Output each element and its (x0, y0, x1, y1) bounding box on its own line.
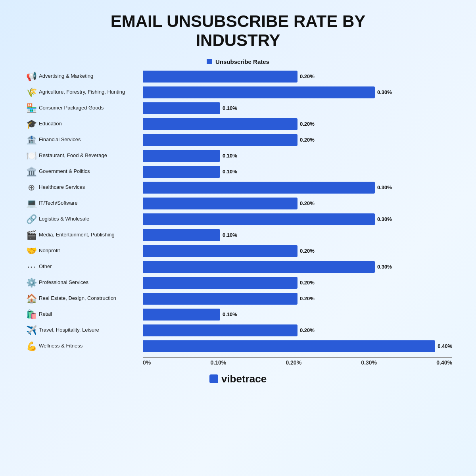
industry-icon-15: 🛍️ (24, 309, 39, 320)
bar-value-14: 0.20% (300, 296, 315, 301)
table-row: 🛍️ Retail 0.10% (24, 307, 452, 322)
industry-icon-16: ✈️ (24, 325, 39, 336)
bar-7 (143, 182, 375, 194)
x-axis-label-3: 0.30% (361, 359, 377, 366)
chart-container: Unsubscribe Rates 📢 Advertising & Market… (24, 58, 452, 366)
industry-label-7: Healthcare Services (39, 184, 85, 191)
bar-section-15: 0.10% (143, 309, 452, 321)
bar-section-7: 0.30% (143, 182, 452, 194)
industry-label-16: Travel, Hospitality, Leisure (39, 327, 99, 334)
bar-17 (143, 340, 435, 352)
bar-value-17: 0.40% (438, 343, 452, 349)
industry-icon-17: 💪 (24, 341, 39, 351)
bar-10 (143, 229, 220, 241)
legend-color-box (207, 59, 212, 64)
bar-value-15: 0.10% (223, 311, 237, 317)
industry-icon-13: ⚙️ (24, 278, 39, 288)
chart-rows: 📢 Advertising & Marketing 0.20% 🌾 Agricu… (24, 69, 452, 355)
industry-icon-10: 🎬 (24, 230, 39, 240)
bar-section-4: 0.20% (143, 134, 452, 146)
row-left-3: 🎓 Education (24, 119, 143, 129)
x-axis-label-2: 0.20% (286, 359, 301, 366)
row-left-12: ⋯ Other (24, 262, 143, 272)
table-row: ⚙️ Professional Services 0.20% (24, 275, 452, 290)
bar-9 (143, 213, 375, 225)
table-row: ✈️ Travel, Hospitality, Leisure 0.20% (24, 323, 452, 338)
bar-section-16: 0.20% (143, 324, 452, 336)
industry-label-1: Agriculture, Forestry, Fishing, Hunting (39, 89, 125, 96)
bar-section-0: 0.20% (143, 71, 452, 83)
bar-3 (143, 118, 298, 130)
industry-icon-2: 🏪 (24, 103, 39, 113)
table-row: 🤝 Nonprofit 0.20% (24, 244, 452, 259)
x-axis: 0%0.10%0.20%0.30%0.40% (24, 357, 452, 366)
industry-icon-7: ⊕ (24, 182, 39, 193)
bar-8 (143, 198, 298, 209)
bar-value-3: 0.20% (300, 121, 315, 127)
bar-section-12: 0.30% (143, 261, 452, 273)
bar-section-6: 0.10% (143, 166, 452, 178)
bar-value-2: 0.10% (223, 105, 237, 111)
industry-icon-3: 🎓 (24, 119, 39, 129)
bar-value-11: 0.20% (300, 248, 315, 254)
table-row: 📢 Advertising & Marketing 0.20% (24, 69, 452, 84)
chart-legend: Unsubscribe Rates (24, 58, 452, 65)
industry-icon-9: 🔗 (24, 214, 39, 225)
x-axis-label-1: 0.10% (210, 359, 226, 366)
bar-section-5: 0.10% (143, 150, 452, 162)
industry-label-9: Logistics & Wholesale (39, 216, 89, 223)
row-left-14: 🏠 Real Estate, Design, Construction (24, 294, 143, 304)
industry-label-10: Media, Entertainment, Publishing (39, 232, 115, 238)
bar-16 (143, 324, 298, 336)
industry-label-6: Government & Politics (39, 168, 90, 175)
industry-label-5: Restaurant, Food & Beverage (39, 152, 107, 159)
row-left-0: 📢 Advertising & Marketing (24, 71, 143, 82)
industry-icon-8: 💻 (24, 198, 39, 209)
bar-value-13: 0.20% (300, 280, 315, 286)
bar-value-7: 0.30% (377, 184, 392, 190)
industry-label-11: Nonprofit (39, 248, 60, 254)
industry-icon-6: 🏛️ (24, 167, 39, 177)
brand-name: vibetrace (221, 373, 267, 385)
industry-label-2: Consumer Packaged Goods (39, 105, 104, 111)
industry-icon-5: 🍽️ (24, 151, 39, 161)
bar-value-16: 0.20% (300, 327, 315, 333)
row-left-4: 🏦 Financial Services (24, 135, 143, 145)
bar-11 (143, 245, 298, 257)
table-row: 🏦 Financial Services 0.20% (24, 132, 452, 148)
industry-label-15: Retail (39, 311, 52, 318)
chart-area: 📢 Advertising & Marketing 0.20% 🌾 Agricu… (24, 69, 452, 366)
row-left-15: 🛍️ Retail (24, 309, 143, 320)
bar-13 (143, 277, 298, 289)
industry-icon-12: ⋯ (24, 262, 39, 272)
bar-section-14: 0.20% (143, 293, 452, 305)
bar-value-0: 0.20% (300, 73, 315, 79)
industry-icon-0: 📢 (24, 71, 39, 82)
bar-value-6: 0.10% (223, 169, 237, 175)
industry-icon-11: 🤝 (24, 246, 39, 256)
footer: vibetrace (209, 373, 267, 385)
bar-value-4: 0.20% (300, 137, 315, 143)
row-left-2: 🏪 Consumer Packaged Goods (24, 103, 143, 113)
x-axis-label-4: 0.40% (436, 359, 452, 366)
industry-label-8: IT/Tech/Software (39, 200, 78, 207)
bar-value-1: 0.30% (377, 89, 392, 95)
bar-0 (143, 71, 298, 83)
row-left-17: 💪 Wellness & Fitness (24, 341, 143, 351)
row-left-5: 🍽️ Restaurant, Food & Beverage (24, 151, 143, 161)
bar-2 (143, 102, 220, 114)
row-left-10: 🎬 Media, Entertainment, Publishing (24, 230, 143, 240)
bar-section-10: 0.10% (143, 229, 452, 241)
industry-label-0: Advertising & Marketing (39, 73, 93, 80)
bar-5 (143, 150, 220, 162)
table-row: ⋯ Other 0.30% (24, 259, 452, 274)
table-row: 🏪 Consumer Packaged Goods 0.10% (24, 101, 452, 116)
bar-section-1: 0.30% (143, 86, 452, 98)
row-left-8: 💻 IT/Tech/Software (24, 198, 143, 209)
table-row: 💻 IT/Tech/Software 0.20% (24, 196, 452, 211)
row-left-13: ⚙️ Professional Services (24, 278, 143, 288)
bar-15 (143, 309, 220, 321)
industry-label-17: Wellness & Fitness (39, 343, 83, 349)
industry-label-4: Financial Services (39, 136, 81, 143)
industry-icon-1: 🌾 (24, 87, 39, 98)
